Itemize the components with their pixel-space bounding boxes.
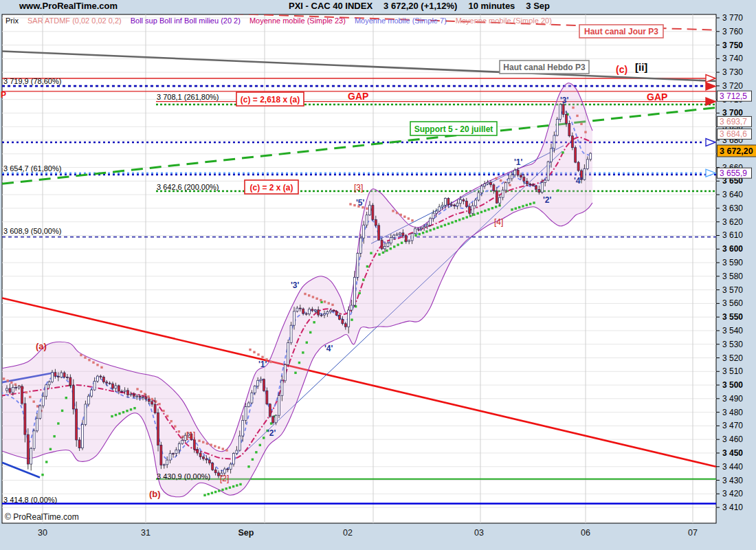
y-tick-label: 3 410 <box>722 503 743 512</box>
annotation-text: '4' <box>324 344 333 353</box>
prorealtime-chart-window: { "header": { "site": "www.ProRealTime.c… <box>0 0 756 550</box>
symbol-name: PXI - CAC 40 INDEX <box>289 1 373 11</box>
y-tick-label: 3 640 <box>722 190 743 199</box>
y-tick-label: 3 750 <box>722 41 743 50</box>
annotation-text: 3 608,9 (50,00%) <box>3 227 61 235</box>
y-tick-label: 3 500 <box>722 380 743 390</box>
annotation-text: 3 642,6 (200,00%) <box>157 183 219 191</box>
y-tick-label: 3 420 <box>722 489 743 498</box>
annotation-text: [3] <box>354 183 363 192</box>
annotation-text: 3 414,8 (0,00%) <box>3 496 57 504</box>
price-tag-value: 3 655,9 <box>720 168 747 178</box>
y-tick-label: 3 550 <box>722 312 743 322</box>
y-tick-label: 3 590 <box>722 258 743 267</box>
annotation-text: GAP <box>647 91 667 102</box>
y-tick-label: 3 440 <box>722 462 743 472</box>
y-tick-label: 3 760 <box>722 27 743 36</box>
y-tick-label: 3 740 <box>722 54 743 63</box>
copyright: © ProRealTime.com <box>5 512 79 522</box>
y-tick-label: 3 570 <box>722 285 743 295</box>
y-tick-label: 3 470 <box>722 421 743 430</box>
legend-item-1[interactable]: SAR ATDMF (0,02 0,02 0,2) <box>27 16 122 25</box>
last-price-change: 3 672,20 (+1,12%) <box>383 1 457 11</box>
indicator-legend: PrixSAR ATDMF (0,02 0,02 0,2)Boll sup Bo… <box>5 16 552 25</box>
y-tick-label: 3 610 <box>722 230 743 240</box>
annotation-text: P <box>1 90 6 100</box>
x-tick-label: 06 <box>581 528 590 538</box>
y-tick-label: 3 510 <box>722 366 743 376</box>
annotation-text: [4] <box>494 217 503 227</box>
price-tag-value: 3 712,5 <box>720 91 747 101</box>
annotation-text: (c) <box>616 64 627 75</box>
y-tick-label: 3 450 <box>722 448 743 458</box>
price-tag-value: 3 672,20 <box>720 146 753 156</box>
annotation-text: '3' <box>560 96 569 105</box>
x-tick-label: Sep <box>238 528 254 538</box>
y-tick-label: 3 540 <box>722 326 743 336</box>
y-tick-label: 3 630 <box>722 204 743 213</box>
annotation-box-label: Haut canal Hebdo P3 <box>503 63 586 72</box>
annotation-text: '2' <box>543 195 552 205</box>
y-tick-label: 3 530 <box>722 340 743 349</box>
price-tag-value: 3 684,6 <box>720 129 747 139</box>
annotation-text: 3 654,7 (61,80%) <box>3 164 61 173</box>
y-tick-label: 3 770 <box>722 13 743 23</box>
timeframe[interactable]: 10 minutes <box>468 1 515 11</box>
y-tick-label: 3 730 <box>722 67 743 77</box>
y-tick-label: 3 620 <box>722 217 743 227</box>
y-tick-label: 3 720 <box>722 81 743 91</box>
y-tick-label: 3 430 <box>722 476 743 485</box>
y-axis: 3 4103 4203 4303 4403 4503 4603 4703 480… <box>716 13 743 512</box>
legend-item-3[interactable]: Moyenne mobile (Simple 23) <box>249 16 346 25</box>
annotation-text: '1' <box>258 360 267 369</box>
annotation-text: '2' <box>267 428 276 438</box>
x-tick-label: 03 <box>474 528 484 538</box>
annotation-text: '4' <box>574 176 583 186</box>
annotation-box-label: Support 5 - 20 juillet <box>414 124 493 134</box>
y-tick-label: 3 480 <box>722 408 743 417</box>
annotation-text: (a) <box>36 341 47 351</box>
annotation-box-label: (c) = 2,618 x (a) <box>241 95 300 104</box>
y-tick-label: 3 490 <box>722 394 743 404</box>
annotation-text: '5' <box>356 198 365 208</box>
site-link[interactable]: www.ProRealTime.com <box>19 1 118 11</box>
legend-item-2[interactable]: Boll sup Boll inf Boll milieu (20 2) <box>131 16 241 25</box>
annotation-text: 3 430,9 (0,00%) <box>157 472 210 481</box>
price-tag-value: 3 693,7 <box>720 117 747 126</box>
y-tick-label: 3 580 <box>722 272 743 281</box>
y-tick-label: 3 600 <box>722 244 743 254</box>
annotation-text: 3 719,9 (78,60%) <box>3 77 61 85</box>
annotation-box-label: Haut canal Jour P3 <box>584 27 658 36</box>
chart-title: PXI - CAC 40 INDEX 3 672,20 (+1,12%) 10 … <box>289 1 550 11</box>
annotation-text: [ii] <box>635 61 647 73</box>
legend-item-5[interactable]: Moyenne mobile (Simple 20) <box>456 16 552 25</box>
annotation-text: (b) <box>149 489 161 499</box>
x-tick-label: 02 <box>343 528 353 538</box>
legend-item-4[interactable]: Moyenne mobile (Simple 7) <box>355 16 447 25</box>
y-tick-label: 3 560 <box>722 298 743 308</box>
y-tick-label: 3 460 <box>722 434 743 444</box>
price-chart[interactable]: 3 4103 4203 4303 4403 4503 4603 4703 480… <box>0 0 756 550</box>
annotation-text: '1' <box>514 157 523 167</box>
x-tick-label: 07 <box>688 528 698 538</box>
x-tick-label: 31 <box>141 528 151 538</box>
x-tick-label: 30 <box>38 528 47 538</box>
session-date: 3 Sep <box>526 1 550 11</box>
y-tick-label: 3 520 <box>722 353 743 363</box>
annotation-text: [2] <box>220 474 229 483</box>
annotation-text: GAP <box>348 91 368 102</box>
annotation-text: 3 708,1 (261,80%) <box>157 93 219 101</box>
annotation-text: '3' <box>291 280 300 290</box>
annotation-box-label: (c) = 2 x (a) <box>249 183 293 192</box>
x-axis: 3031Sep02030607 <box>38 528 698 538</box>
legend-item-0[interactable]: Prix <box>5 16 19 25</box>
annotation-text: [1] <box>186 430 195 440</box>
